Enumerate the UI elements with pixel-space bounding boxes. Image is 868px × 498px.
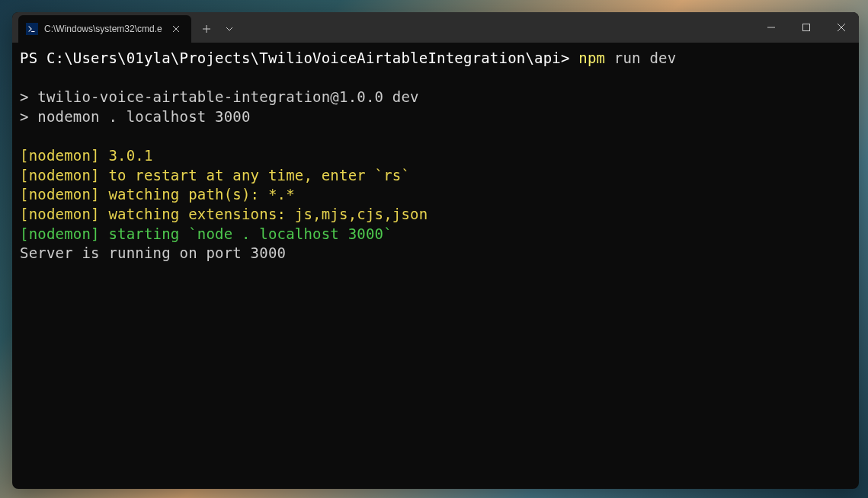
chevron-down-icon (226, 27, 233, 31)
svg-rect-0 (27, 24, 37, 34)
prompt-path: C:\Users\01yla\Projects\TwilioVoiceAirta… (46, 49, 570, 66)
prompt-line: PS C:\Users\01yla\Projects\TwilioVoiceAi… (20, 49, 851, 69)
script-output-line: > twilio-voice-airtable-integration@1.0.… (20, 88, 851, 107)
nodemon-restart-line: [nodemon] to restart at any time, enter … (20, 166, 851, 186)
server-running-line: Server is running on port 3000 (20, 244, 851, 263)
command-args: run dev (605, 49, 676, 66)
close-icon (172, 25, 180, 33)
powershell-icon (26, 23, 38, 35)
blank-line (20, 69, 851, 88)
titlebar[interactable]: C:\Windows\system32\cmd.e (12, 12, 859, 43)
script-output-line: > nodemon . localhost 3000 (20, 107, 851, 127)
nodemon-version-line: [nodemon] 3.0.1 (20, 146, 851, 166)
nodemon-ext-line: [nodemon] watching extensions: js,mjs,cj… (20, 205, 851, 225)
close-window-button[interactable] (824, 12, 859, 43)
tab-dropdown-button[interactable] (219, 15, 240, 43)
tab-close-button[interactable] (168, 21, 184, 37)
nodemon-paths-line: [nodemon] watching path(s): *.* (20, 185, 851, 205)
close-icon (838, 24, 845, 31)
prompt-prefix: PS (20, 49, 46, 66)
minimize-icon (767, 24, 775, 31)
terminal-content[interactable]: PS C:\Users\01yla\Projects\TwilioVoiceAi… (12, 43, 859, 489)
terminal-window: C:\Windows\system32\cmd.e (12, 12, 859, 489)
blank-line (20, 127, 851, 147)
command-name: npm (578, 49, 605, 66)
maximize-button[interactable] (789, 12, 824, 43)
tab-title: C:\Windows\system32\cmd.e (44, 24, 162, 34)
nodemon-starting-line: [nodemon] starting `node . localhost 300… (20, 225, 851, 244)
tab-cmd[interactable]: C:\Windows\system32\cmd.e (18, 15, 191, 43)
minimize-button[interactable] (754, 12, 789, 43)
tabs-area: C:\Windows\system32\cmd.e (12, 12, 754, 43)
maximize-icon (802, 24, 810, 31)
window-controls (754, 12, 859, 43)
svg-rect-7 (803, 24, 810, 31)
plus-icon (202, 24, 211, 34)
new-tab-button[interactable] (194, 15, 219, 43)
